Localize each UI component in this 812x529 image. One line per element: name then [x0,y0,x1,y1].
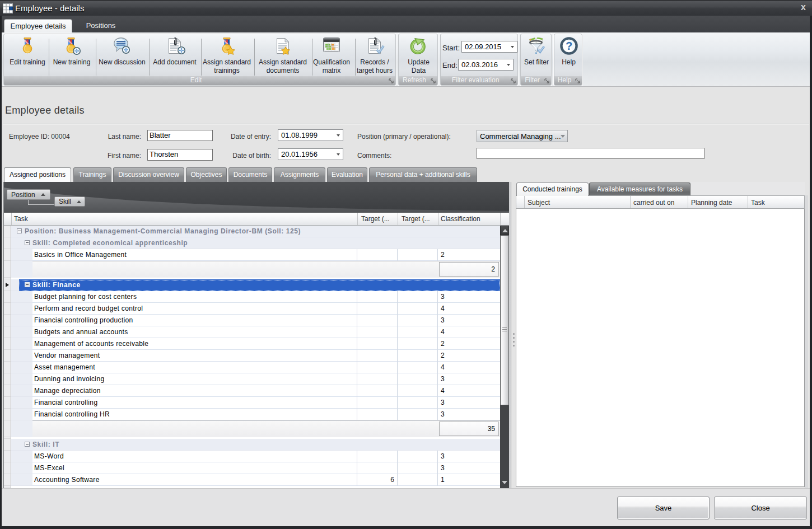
svg-text:?: ? [566,40,572,52]
